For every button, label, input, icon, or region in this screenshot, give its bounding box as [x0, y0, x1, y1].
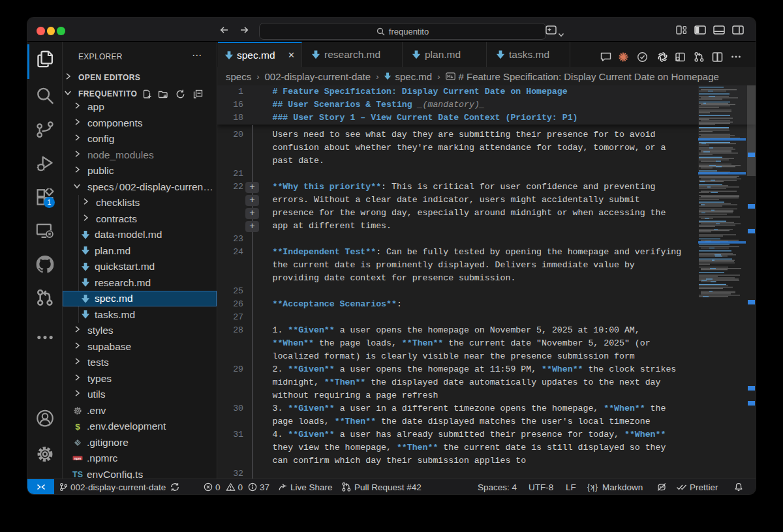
svg-text:npm: npm: [74, 456, 82, 460]
